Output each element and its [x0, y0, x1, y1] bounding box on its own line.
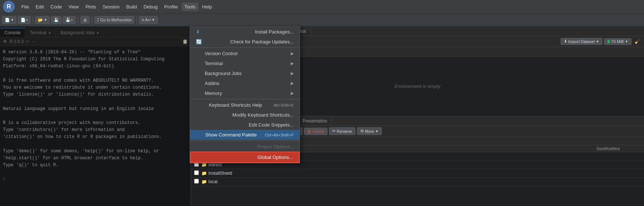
- check-updates-label: Check for Package Updates...: [230, 39, 294, 45]
- scp-shortcut: Ctrl+Alt+Shift+P: [265, 133, 294, 137]
- app-icon: R: [3, 1, 15, 13]
- console-line-4: R is free software and comes with ABSOLU…: [3, 77, 188, 84]
- menu-version-control[interactable]: Version Control ▶: [190, 49, 300, 58]
- console-path-text: R 3.6.0 ~/: [10, 39, 29, 44]
- row-name-4[interactable]: 📁local: [201, 179, 575, 184]
- save-btn[interactable]: 💾: [51, 16, 61, 24]
- rename-label: Rename: [337, 129, 352, 134]
- toolbar-sep4: [136, 16, 137, 24]
- menu-view[interactable]: View: [65, 3, 82, 11]
- row-name-3[interactable]: 📁InstallShield: [201, 171, 575, 176]
- rename-btn[interactable]: ✏ Rename: [329, 127, 355, 135]
- tab-console[interactable]: Console: [0, 28, 25, 37]
- goto-btn[interactable]: ⤴ Go to file/function: [94, 16, 135, 24]
- menu-plots[interactable]: Plots: [82, 3, 99, 11]
- console-tabs: Console Terminal ✕ Background Jobs ✕: [0, 26, 191, 38]
- menu-keyboard-shortcuts[interactable]: Keyboard Shortcuts Help Alt+Shift+K: [190, 100, 300, 110]
- env-empty-text: Environment is empty: [395, 84, 441, 89]
- tools-dropdown: ⬇ Install Packages... 🔄 Check for Packag…: [190, 26, 300, 163]
- menu-background-jobs-submenu[interactable]: Background Jobs ▶: [190, 68, 300, 78]
- console-line-7: Natural language support but running in …: [3, 106, 188, 113]
- tab-presentation[interactable]: Presentation: [298, 117, 332, 125]
- delete-label: Delete: [312, 129, 324, 134]
- console-line-1: R version 3.6.0 (2019-04-26) -- "Plantin…: [3, 49, 188, 56]
- menu-terminal-submenu[interactable]: Terminal ▶: [190, 58, 300, 68]
- console-line-5: You are welcome to redistribute it under…: [3, 84, 188, 91]
- console-line-6: Type 'license()' or 'licence()' for dist…: [3, 91, 188, 98]
- app-icon-letter: R: [7, 3, 11, 10]
- print-btn[interactable]: 🖨: [80, 16, 90, 24]
- open-file-btn[interactable]: 📂 ▼: [35, 16, 50, 24]
- menu-memory-submenu[interactable]: Memory ▶: [190, 88, 300, 98]
- menu-code[interactable]: Code: [47, 3, 65, 11]
- toolbar-sep3: [92, 16, 92, 24]
- mem-dot: [607, 40, 610, 43]
- delete-btn[interactable]: 🗑 Delete: [304, 128, 328, 135]
- row-check-4[interactable]: [194, 179, 201, 185]
- memory-badge[interactable]: 70 MiB ▼: [604, 38, 632, 45]
- scp-label: Show Command Palette: [205, 132, 257, 138]
- vc-arrow: ▶: [291, 51, 294, 56]
- new-file-btn2[interactable]: 📄+: [18, 16, 31, 24]
- dropdown-sep3: [190, 141, 300, 141]
- more-btn[interactable]: ⚙ More ▼: [357, 127, 382, 135]
- menu-edit-snippets[interactable]: Edit Code Snippets...: [190, 120, 300, 130]
- check-updates-icon: 🔄: [196, 39, 202, 45]
- col-modified-header[interactable]: Modified: [604, 146, 641, 151]
- save-all-btn[interactable]: 💾+: [63, 16, 75, 24]
- menu-install-packages[interactable]: ⬇ Install Packages...: [190, 27, 300, 37]
- bgjobs-sub-label: Background Jobs: [205, 71, 242, 76]
- menu-show-command-palette[interactable]: Show Command Palette Ctrl+Alt+Shift+P: [190, 130, 300, 140]
- new-file-btn[interactable]: 📄 ▼: [2, 16, 17, 24]
- menu-edit[interactable]: Edit: [33, 3, 47, 11]
- menu-addins-submenu[interactable]: Addins ▶: [190, 78, 300, 88]
- menu-profile[interactable]: Profile: [161, 3, 181, 11]
- console-eye-icon: 👁: [3, 39, 7, 44]
- install-packages-label: Install Packages...: [255, 29, 294, 35]
- console-line-9: Type 'contributors()' for more informati…: [3, 127, 188, 134]
- import-caret: ▼: [596, 40, 599, 43]
- delete-icon: 🗑: [307, 129, 311, 134]
- toolbar: 📄 ▼ 📄+ 📂 ▼ 💾 💾+ 🖨 ⤴ Go to file/function …: [0, 13, 644, 26]
- close-terminal[interactable]: ✕: [48, 31, 51, 35]
- console-line-2: Copyright (C) 2019 The R Foundation for …: [3, 56, 188, 63]
- folder-icon-3: 📁: [201, 171, 207, 176]
- menu-help[interactable]: Help: [199, 3, 215, 11]
- memory-arrow: ▶: [291, 91, 294, 96]
- console-path-bar: 👁 R 3.6.0 ~/ → 📋: [0, 38, 191, 46]
- row-check-3[interactable]: [194, 170, 201, 176]
- menu-session[interactable]: Session: [100, 3, 122, 11]
- terminal-sub-label: Terminal: [205, 61, 223, 66]
- menu-build[interactable]: Build: [124, 3, 140, 11]
- console-output[interactable]: R version 3.6.0 (2019-04-26) -- "Plantin…: [0, 46, 191, 206]
- menubar: R File Edit Code View Plots Session Buil…: [0, 0, 644, 13]
- mem-caret: ▼: [625, 40, 628, 43]
- close-background-jobs[interactable]: ✕: [96, 31, 99, 35]
- col-size-header[interactable]: Size: [575, 146, 604, 151]
- import-icon: ⬇: [564, 39, 567, 44]
- console-arrow-icon: →: [31, 39, 35, 44]
- toolbar-sep1: [33, 16, 33, 24]
- memory-sub-label: Memory: [205, 90, 222, 96]
- tab-terminal[interactable]: Terminal ✕: [25, 28, 56, 37]
- menu-global-options[interactable]: Global Options...: [190, 152, 300, 163]
- console-line-blank3: [3, 113, 188, 120]
- addins-btn[interactable]: ≡ A↩ ▼: [139, 16, 157, 24]
- install-icon: ⬇: [196, 29, 200, 35]
- console-line-12: 'help.start()' for an HTML browser inter…: [3, 155, 188, 162]
- menu-file[interactable]: File: [18, 3, 32, 11]
- rename-icon: ✏: [332, 129, 336, 134]
- bgjobs-arrow: ▶: [291, 71, 294, 76]
- menu-tools[interactable]: Tools: [182, 3, 198, 11]
- console-line-blank1: [3, 70, 188, 77]
- menu-modify-shortcuts[interactable]: Modify Keyboard Shortcuts...: [190, 110, 300, 120]
- folder-icon-4: 📁: [201, 179, 207, 184]
- import-dataset-btn[interactable]: ⬇ Import Dataset ▼: [561, 38, 602, 45]
- tab-background-jobs[interactable]: Background Jobs ✕: [56, 28, 104, 37]
- clear-env-btn[interactable]: 🧹: [633, 38, 642, 45]
- more-caret: ▼: [375, 129, 379, 133]
- copy-icon: 📋: [182, 39, 188, 44]
- menu-check-updates[interactable]: 🔄 Check for Package Updates...: [190, 37, 300, 47]
- menu-debug[interactable]: Debug: [140, 3, 160, 11]
- console-line-13: Type 'q()' to quit R.: [3, 162, 188, 169]
